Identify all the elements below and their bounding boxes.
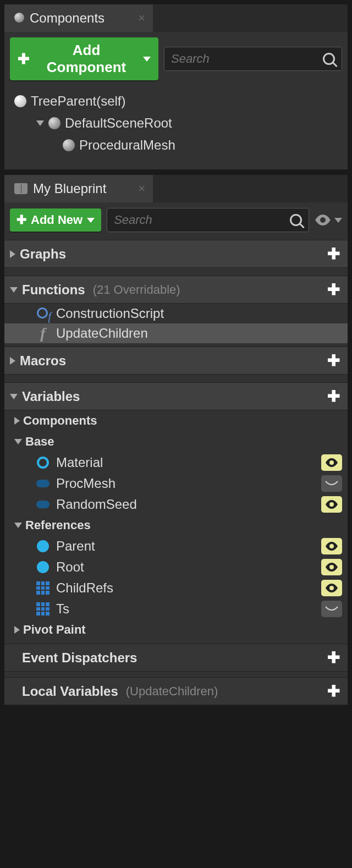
chevron-down-icon	[87, 218, 95, 223]
variables-base-group[interactable]: Base	[4, 431, 348, 452]
add-function-button[interactable]: ✚	[324, 281, 342, 299]
search-input[interactable]	[114, 213, 290, 227]
item-label: ConstructionScript	[56, 306, 164, 321]
blueprint-tab-bar: My Blueprint ×	[4, 175, 348, 202]
graphs-section[interactable]: Graphs ✚	[4, 240, 348, 268]
macros-section[interactable]: Macros ✚	[4, 347, 348, 375]
object-var-icon	[35, 497, 51, 512]
expander-icon[interactable]	[10, 394, 18, 399]
variable-material[interactable]: Material	[4, 452, 348, 473]
visibility-toggle[interactable]	[321, 538, 342, 554]
function-update-children[interactable]: f UpdateChildren	[4, 323, 348, 343]
tree-root-item[interactable]: TreeParent(self)	[10, 90, 342, 112]
tree-procedural-mesh[interactable]: ProceduralMesh	[10, 134, 342, 156]
object-var-icon	[35, 539, 51, 554]
components-tab[interactable]: Components ×	[4, 4, 153, 32]
item-label: ProcMesh	[56, 476, 116, 491]
components-tab-icon	[14, 10, 24, 26]
add-new-button[interactable]: ✚ Add New	[10, 208, 101, 232]
visibility-toggle[interactable]	[321, 454, 342, 471]
object-var-icon	[35, 476, 51, 491]
blueprint-search[interactable]	[107, 208, 309, 232]
chevron-down-icon	[334, 218, 342, 223]
expander-icon[interactable]	[14, 626, 20, 634]
view-options-dropdown[interactable]	[315, 215, 342, 226]
add-macro-button[interactable]: ✚	[324, 351, 342, 370]
group-label: Base	[25, 435, 54, 449]
section-subtitle: (21 Overridable)	[93, 283, 180, 297]
visibility-toggle[interactable]	[321, 580, 342, 596]
add-component-button[interactable]: ✚ Add Component	[10, 37, 158, 80]
variable-ts[interactable]: Ts	[4, 598, 348, 619]
expander-icon[interactable]	[10, 357, 15, 365]
visibility-toggle[interactable]	[321, 475, 342, 492]
item-label: Ts	[56, 601, 69, 617]
variable-root[interactable]: Root	[4, 557, 348, 578]
tree-item-label: TreeParent(self)	[31, 94, 126, 109]
visibility-toggle[interactable]	[321, 559, 342, 575]
my-blueprint-panel: My Blueprint × ✚ Add New Graphs ✚	[3, 174, 349, 706]
item-label: ChildRefs	[56, 580, 113, 596]
event-dispatchers-section[interactable]: Event Dispatchers ✚	[4, 644, 348, 672]
plus-icon: ✚	[18, 51, 30, 68]
add-graph-button[interactable]: ✚	[324, 245, 342, 263]
actor-icon	[14, 95, 26, 107]
section-title: Variables	[22, 389, 80, 404]
variables-section[interactable]: Variables ✚	[4, 382, 348, 410]
section-title: Macros	[20, 353, 66, 369]
item-label: UpdateChildren	[56, 326, 148, 341]
item-label: RandomSeed	[56, 497, 137, 512]
variables-references-group[interactable]: References	[4, 515, 348, 536]
variable-parent[interactable]: Parent	[4, 536, 348, 557]
function-icon: f	[35, 326, 51, 341]
variables-pivot-paint-group[interactable]: Pivot Paint	[4, 619, 348, 640]
search-icon	[290, 214, 302, 226]
tree-scene-root[interactable]: DefaultSceneRoot	[10, 112, 342, 134]
eye-icon	[315, 215, 331, 226]
group-label: Pivot Paint	[23, 623, 86, 637]
section-title: Local Variables	[22, 684, 118, 699]
variable-childrefs[interactable]: ChildRefs	[4, 578, 348, 598]
expander-icon[interactable]	[36, 120, 44, 126]
search-input[interactable]	[171, 52, 323, 66]
add-local-button[interactable]: ✚	[324, 682, 342, 700]
object-var-icon	[35, 559, 51, 575]
components-panel: Components × ✚ Add Component TreeParent(…	[3, 3, 349, 171]
add-new-label: Add New	[31, 213, 82, 227]
visibility-toggle[interactable]	[321, 601, 342, 617]
expander-icon[interactable]	[14, 439, 22, 444]
section-title: Functions	[22, 282, 85, 298]
variable-randomseed[interactable]: RandomSeed	[4, 494, 348, 515]
scene-icon	[48, 117, 61, 129]
local-variables-section[interactable]: Local Variables (UpdateChildren) ✚	[4, 677, 348, 705]
expander-icon[interactable]	[14, 417, 20, 425]
book-icon	[14, 183, 28, 194]
section-title: Graphs	[20, 246, 66, 262]
section-subtitle: (UpdateChildren)	[126, 684, 218, 699]
blueprint-tab-title: My Blueprint	[33, 181, 106, 196]
variable-procmesh[interactable]: ProcMesh	[4, 473, 348, 494]
material-var-icon	[35, 455, 51, 470]
components-tab-bar: Components ×	[4, 4, 348, 32]
close-icon[interactable]: ×	[138, 11, 145, 25]
expander-icon[interactable]	[14, 523, 22, 528]
tree-item-label: DefaultSceneRoot	[65, 116, 172, 131]
section-title: Event Dispatchers	[22, 650, 137, 666]
add-variable-button[interactable]: ✚	[324, 387, 342, 405]
array-var-icon	[35, 601, 51, 617]
components-search[interactable]	[164, 47, 342, 71]
close-icon[interactable]: ×	[138, 182, 145, 196]
variables-components-group[interactable]: Components	[4, 410, 348, 431]
scene-icon	[63, 139, 75, 151]
functions-section[interactable]: Functions (21 Overridable) ✚	[4, 276, 348, 304]
expander-icon[interactable]	[10, 287, 18, 293]
expander-icon[interactable]	[10, 250, 15, 258]
add-dispatcher-button[interactable]: ✚	[324, 649, 342, 667]
function-construction-script[interactable]: ConstructionScript	[4, 304, 348, 323]
chevron-down-icon	[143, 57, 151, 62]
array-var-icon	[35, 580, 51, 596]
blueprint-tab[interactable]: My Blueprint ×	[4, 175, 153, 202]
visibility-toggle[interactable]	[321, 496, 342, 513]
item-label: Material	[56, 455, 103, 470]
search-icon	[323, 53, 335, 65]
